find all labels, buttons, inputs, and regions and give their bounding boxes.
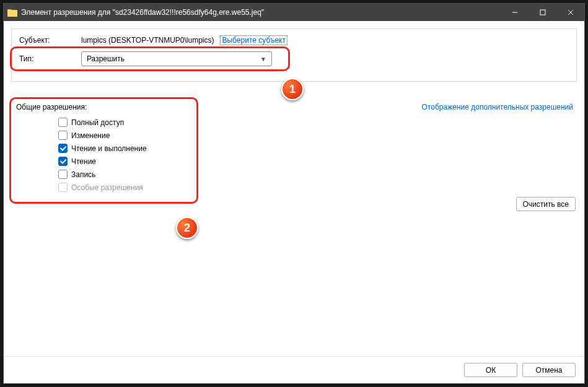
title-bar: Элемент разрешения для "sd23426ffdaw32!!… — [4, 4, 584, 21]
type-label: Тип: — [19, 54, 81, 63]
content-area: Субъект: lumpics (DESKTOP-VTNMUP0\lumpic… — [4, 21, 584, 356]
minimize-button[interactable] — [501, 4, 529, 21]
close-button[interactable] — [556, 4, 584, 21]
type-select-value: Разрешить — [87, 54, 125, 63]
permissions-list: Полный доступИзменениеЧтение и выполнени… — [58, 118, 577, 192]
permission-label: Полный доступ — [71, 118, 124, 127]
permission-label: Чтение и выполнение — [71, 144, 147, 153]
permission-item: Чтение — [58, 157, 577, 166]
permission-checkbox — [58, 183, 68, 192]
svg-rect-0 — [7, 10, 17, 17]
basic-permissions-section: Общие разрешения: Отображение дополнител… — [11, 99, 577, 192]
permission-label: Чтение — [71, 157, 96, 166]
permission-label: Изменение — [71, 131, 110, 140]
permission-item: Изменение — [58, 131, 577, 140]
callout-badge-2: 2 — [176, 217, 198, 239]
folder-icon — [7, 8, 17, 17]
permission-label: Запись — [71, 170, 95, 179]
maximize-button[interactable] — [529, 4, 556, 21]
subject-value: lumpics (DESKTOP-VTNMUP0\lumpics) — [81, 36, 214, 45]
advanced-permissions-link[interactable]: Отображение дополнительных разрешений — [422, 103, 573, 111]
permission-item: Запись — [58, 170, 577, 179]
type-select[interactable]: Разрешить ▼ — [81, 51, 272, 66]
ok-button[interactable]: ОК — [464, 363, 517, 377]
svg-rect-2 — [540, 10, 545, 15]
permission-checkbox[interactable] — [58, 157, 68, 166]
permission-entry-window: Элемент разрешения для "sd23426ffdaw32!!… — [3, 3, 585, 384]
cancel-button[interactable]: Отмена — [522, 363, 576, 377]
chevron-down-icon: ▼ — [260, 56, 266, 63]
permission-item: Полный доступ — [58, 118, 577, 127]
dialog-footer: ОК Отмена — [4, 356, 584, 383]
subject-label: Субъект: — [19, 36, 81, 45]
basic-permissions-title: Общие разрешения: — [16, 103, 87, 111]
principal-header: Субъект: lumpics (DESKTOP-VTNMUP0\lumpic… — [11, 28, 577, 82]
permission-checkbox[interactable] — [58, 131, 68, 140]
permission-checkbox[interactable] — [58, 118, 68, 127]
clear-all-button[interactable]: Очистить все — [516, 197, 576, 211]
select-subject-link[interactable]: Выберите субъект — [220, 35, 287, 45]
permission-item: Чтение и выполнение — [58, 144, 577, 153]
permission-checkbox[interactable] — [58, 144, 68, 153]
permission-label: Особые разрешения — [71, 183, 143, 192]
permission-checkbox[interactable] — [58, 170, 68, 179]
permission-item: Особые разрешения — [58, 183, 577, 192]
window-controls — [501, 4, 584, 21]
window-title: Элемент разрешения для "sd23426ffdaw32!!… — [21, 8, 501, 17]
